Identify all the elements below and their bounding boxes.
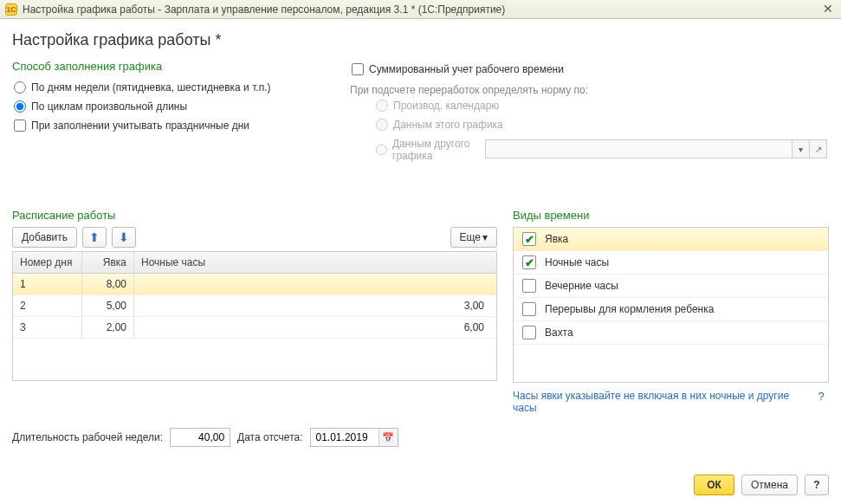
cell-night: [134, 274, 496, 294]
check-summarized-input[interactable]: [352, 63, 364, 75]
check-holidays[interactable]: При заполнении учитывать праздничные дни: [12, 116, 324, 135]
type-row[interactable]: Вахта: [514, 321, 828, 345]
chevron-down-icon: ▾: [482, 231, 488, 243]
check-holidays-input[interactable]: [14, 120, 26, 132]
radio-norm-calendar-input: [376, 100, 388, 112]
help-button[interactable]: ?: [805, 475, 829, 495]
app-logo-icon: 1С: [5, 3, 17, 16]
type-label: Ночные часы: [545, 256, 609, 268]
radio-norm-other-label: Данным другого графика: [392, 138, 473, 162]
radio-norm-calendar-label: Производ. календарю: [393, 100, 499, 112]
table-row[interactable]: 32,006,00: [13, 317, 496, 339]
cell-yavka: 2,00: [82, 317, 134, 338]
cell-night: 3,00: [134, 295, 496, 316]
other-schedule-open-icon: ↗: [810, 139, 827, 158]
radio-by-cycles-input[interactable]: [14, 100, 26, 113]
schedule-title: Расписание работы: [12, 209, 497, 222]
type-label: Перерывы для кормления ребенка: [545, 303, 714, 315]
schedule-table: Номер дня Явка Ночные часы 18,0025,003,0…: [12, 251, 497, 381]
type-checkbox[interactable]: [522, 232, 536, 246]
type-label: Вахта: [545, 326, 573, 339]
close-icon[interactable]: ✕: [820, 3, 836, 16]
date-label: Дата отсчета:: [237, 431, 302, 443]
cell-num: 1: [13, 274, 82, 294]
calendar-icon[interactable]: 📅: [378, 429, 398, 446]
type-label: Вечерние часы: [545, 280, 618, 292]
radio-by-days-input[interactable]: [14, 81, 26, 94]
cell-yavka: 5,00: [82, 295, 134, 316]
type-row[interactable]: Явка: [514, 228, 828, 251]
type-label: Явка: [545, 233, 568, 245]
other-schedule-input: [485, 139, 792, 158]
overtime-hint: При подсчете переработок определять норм…: [350, 84, 829, 96]
table-row[interactable]: 18,00: [13, 274, 496, 295]
check-summarized-label: Суммированный учет рабочего времени: [369, 63, 564, 75]
check-holidays-label: При заполнении учитывать праздничные дни: [31, 120, 249, 132]
col-header-night: Ночные часы: [134, 252, 496, 273]
radio-by-days-label: По дням недели (пятидневка, шестидневка …: [31, 81, 271, 94]
radio-norm-other-row: Данным другого графика ▾ ↗: [350, 134, 829, 165]
date-input[interactable]: [311, 429, 378, 446]
cell-yavka: 8,00: [82, 274, 134, 294]
table-row[interactable]: 25,003,00: [13, 295, 496, 317]
type-checkbox[interactable]: [522, 326, 536, 339]
check-summarized[interactable]: Суммированный учет рабочего времени: [350, 60, 829, 79]
radio-norm-this: Данным этого графика: [350, 115, 829, 134]
radio-by-cycles-label: По циклам произвольной длины: [31, 100, 187, 113]
type-row[interactable]: Ночные часы: [514, 251, 828, 275]
type-checkbox[interactable]: [522, 279, 536, 293]
col-header-num: Номер дня: [13, 252, 82, 273]
cell-num: 2: [13, 295, 82, 316]
types-list: ЯвкаНочные часыВечерние часыПерерывы для…: [513, 227, 829, 383]
type-row[interactable]: Вечерние часы: [514, 275, 828, 298]
add-button[interactable]: Добавить: [12, 227, 77, 248]
radio-by-days[interactable]: По дням недели (пятидневка, шестидневка …: [12, 78, 324, 97]
cell-night: 6,00: [134, 317, 496, 338]
more-button[interactable]: Еще ▾: [450, 227, 497, 248]
titlebar: 1С Настройка графика работы - Зарплата и…: [0, 0, 841, 19]
type-checkbox[interactable]: [522, 255, 536, 269]
radio-norm-calendar: Производ. календарю: [350, 96, 829, 115]
type-row[interactable]: Перерывы для кормления ребенка: [514, 298, 828, 321]
types-hint-link[interactable]: Часы явки указывайте не включая в них но…: [513, 390, 808, 414]
window-title: Настройка графика работы - Зарплата и уп…: [23, 3, 505, 16]
type-checkbox[interactable]: [522, 302, 536, 316]
move-up-button[interactable]: ⬆: [82, 227, 107, 248]
week-length-input[interactable]: [170, 428, 230, 447]
move-down-button[interactable]: ⬇: [112, 227, 136, 248]
radio-norm-this-label: Данным этого графика: [393, 119, 503, 131]
ok-button[interactable]: ОК: [694, 475, 734, 495]
cell-num: 3: [13, 317, 82, 338]
other-schedule-dropdown-icon: ▾: [792, 139, 810, 158]
week-length-label: Длительность рабочей недели:: [12, 431, 163, 443]
cancel-button[interactable]: Отмена: [741, 475, 798, 495]
radio-norm-this-input: [376, 119, 388, 131]
radio-norm-other-input: [376, 144, 387, 156]
col-header-yavka: Явка: [82, 252, 134, 273]
help-icon[interactable]: ?: [813, 390, 829, 405]
fill-method-title: Способ заполнения графика: [12, 60, 324, 73]
radio-by-cycles[interactable]: По циклам произвольной длины: [12, 97, 324, 116]
arrow-up-icon: ⬆: [89, 230, 100, 244]
page-title: Настройка графика работы *: [12, 31, 829, 49]
types-title: Виды времени: [513, 209, 829, 222]
arrow-down-icon: ⬇: [119, 230, 129, 244]
